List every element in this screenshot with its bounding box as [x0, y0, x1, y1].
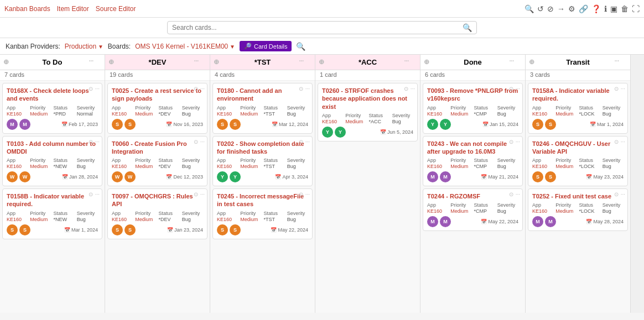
nav-kanban-boards[interactable]: Kanban Boards [4, 5, 50, 13]
meta-app-value: KE160 [532, 111, 553, 117]
meta-severity-value: Bug [182, 217, 203, 222]
card-overflow[interactable]: ··· [200, 139, 205, 145]
card-overflow[interactable]: ··· [516, 86, 520, 92]
card-overflow[interactable]: ··· [305, 191, 310, 197]
card-title[interactable]: T0260 - STRFOF crashes because applicati… [322, 87, 413, 111]
card-details-button[interactable]: 🔎 Card Details [240, 41, 292, 51]
card-title[interactable]: T0158B - Indicator variable required. [7, 192, 98, 208]
card-details-icon: 🔎 [244, 43, 252, 50]
calendar-icon: 📅 [380, 129, 386, 135]
grid-icon[interactable]: ▣ [610, 4, 617, 13]
card-overflow[interactable]: ··· [200, 191, 205, 197]
meta-severity-label: Severity [287, 211, 308, 216]
card-title[interactable]: T0060 - Create Fusion Pro Integration [112, 140, 203, 156]
avatar: S [217, 119, 228, 130]
card-overflow[interactable]: ··· [200, 86, 205, 92]
meta-app-value: KE160 [7, 111, 28, 117]
meta-priority-value: Medium [240, 164, 261, 169]
login-icon[interactable]: → [557, 4, 565, 13]
card-title[interactable]: T0202 - Show completion date for finishe… [217, 140, 308, 156]
card-title[interactable]: T0168X - Check delete loops and events [7, 87, 98, 103]
settings-icon[interactable]: ⚙ [568, 4, 575, 13]
avatar: M [427, 171, 438, 182]
help-icon[interactable]: ❓ [591, 4, 601, 13]
avatar: W [124, 171, 136, 182]
card-title[interactable]: T0180 - Cannot add an environment [217, 87, 308, 103]
board-selector[interactable]: OMS V16 Kernel - V161KEM00 [135, 43, 235, 50]
card-title[interactable]: T0244 - RGZOMSF [427, 192, 518, 200]
card-overflow[interactable]: ··· [411, 86, 415, 92]
col-add-icon-tst[interactable]: ⊕ [214, 58, 219, 66]
expand-icon[interactable]: ⛶ [632, 4, 640, 13]
delete-icon[interactable]: 🗑 [621, 4, 629, 13]
meta-priority-value: Medium [30, 164, 51, 169]
meta-app-label: App [112, 211, 133, 216]
card-bottom: YY 📅Jan 15, 2024 [427, 119, 518, 130]
search-icon[interactable]: 🔍 [524, 4, 534, 13]
calendar-icon: 📅 [64, 227, 70, 233]
card-overflow[interactable]: ··· [95, 139, 100, 145]
col-add-icon-done[interactable]: ⊕ [424, 58, 429, 66]
card-overflow[interactable]: ··· [621, 191, 625, 197]
card-title[interactable]: T0245 - Incorrect messageFile in test ca… [217, 192, 308, 208]
disable-icon[interactable]: ⊘ [547, 4, 554, 13]
meta-severity-label: Severity [77, 211, 98, 216]
card-corner-icons: ⊙ ··· [614, 139, 625, 145]
card-title[interactable]: T0093 - Remove *PNLGRP from v160kepsrc [427, 87, 518, 103]
col-overflow-tst[interactable]: ··· [299, 58, 304, 64]
info-icon[interactable]: ℹ [604, 4, 607, 13]
meta-status-value: *DEV [159, 164, 180, 169]
search-submit-icon[interactable]: 🔍 [463, 23, 472, 32]
meta-severity-value: Bug [497, 208, 518, 214]
meta-priority-value: Medium [135, 111, 156, 117]
card-title[interactable]: T0158A - Indicator variable required. [532, 87, 624, 103]
filter-search-icon[interactable]: 🔍 [296, 42, 305, 51]
col-overflow-acc[interactable]: ··· [404, 58, 409, 64]
nav-source-editor[interactable]: Source Editor [96, 5, 136, 13]
provider-selector[interactable]: Production [65, 43, 103, 50]
link-icon[interactable]: 🔗 [579, 4, 588, 13]
meta-priority-value: Medium [240, 217, 261, 222]
card-title[interactable]: T0103 - Add column number to OMDDI [7, 140, 98, 156]
card-title[interactable]: T0243 - We can not compile after upgrade… [427, 140, 518, 156]
card-title[interactable]: T0252 - Fixed unit test case [532, 192, 624, 200]
col-add-icon-transit[interactable]: ⊕ [529, 58, 534, 66]
card-overflow[interactable]: ··· [305, 86, 310, 92]
calendar-icon: 📅 [167, 227, 173, 233]
nav-icons: 🔍 ↺ ⊘ → ⚙ 🔗 ❓ ℹ ▣ 🗑 ⛶ [524, 4, 640, 13]
card-icon-circle: ⊙ [614, 191, 619, 197]
col-title-acc: *ACC [359, 58, 377, 66]
meta-app-value: KE160 [217, 111, 238, 117]
calendar-icon: 📅 [166, 174, 172, 180]
card-corner-icons: ⊙ ··· [194, 191, 205, 197]
card-overflow[interactable]: ··· [95, 191, 100, 197]
refresh-icon[interactable]: ↺ [537, 4, 544, 13]
meta-app-value: KE160 [322, 119, 343, 124]
nav-item-editor[interactable]: Item Editor [57, 5, 89, 13]
card-date: 📅Jan 15, 2024 [482, 122, 518, 127]
col-overflow-done[interactable]: ··· [510, 58, 514, 64]
card-overflow[interactable]: ··· [621, 139, 625, 145]
card-meta: App Priority Status Severity KE160 Mediu… [112, 211, 203, 222]
card-title[interactable]: T0097 - OMQCHGRS : Rules API [112, 192, 203, 208]
meta-app-label: App [112, 105, 133, 111]
col-overflow-dev[interactable]: ··· [194, 58, 199, 64]
col-add-icon-acc[interactable]: ⊕ [319, 58, 324, 66]
col-add-icon-todo[interactable]: ⊕ [3, 58, 9, 66]
col-tst: ⊕ *TST ··· 4 cards ⊙ ··· T0180 - Cannot … [210, 55, 315, 313]
card-overflow[interactable]: ··· [516, 139, 520, 145]
meta-status-value: *NEW [54, 217, 75, 222]
card-icon-circle: ⊙ [89, 139, 93, 145]
search-input[interactable] [172, 24, 463, 32]
card-title[interactable]: T0246 - OMQCHGUV - User Variable API [532, 140, 624, 156]
card-overflow[interactable]: ··· [95, 86, 100, 92]
card-overflow[interactable]: ··· [516, 191, 520, 197]
col-overflow-transit[interactable]: ··· [615, 58, 619, 64]
meta-app-value: KE160 [427, 111, 448, 117]
card-corner-icons: ⊙ ··· [614, 86, 625, 92]
col-add-icon-dev[interactable]: ⊕ [108, 58, 114, 66]
card-overflow[interactable]: ··· [621, 86, 625, 92]
card-overflow[interactable]: ··· [305, 139, 310, 145]
card-title[interactable]: T0025 - Create a rest service to sign pa… [112, 87, 203, 103]
col-overflow-todo[interactable]: ··· [89, 58, 94, 64]
